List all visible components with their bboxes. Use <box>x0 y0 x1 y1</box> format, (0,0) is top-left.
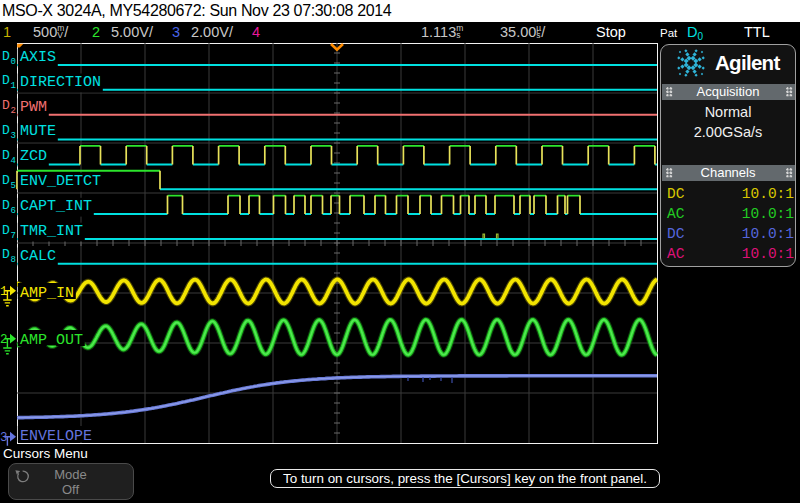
svg-text:CALC: CALC <box>20 248 56 265</box>
svg-text:D: D <box>2 247 10 262</box>
svg-text:TMR_INT: TMR_INT <box>20 223 83 240</box>
svg-text:D: D <box>2 198 10 213</box>
svg-text:CAPT_INT: CAPT_INT <box>20 198 92 215</box>
svg-text:5: 5 <box>11 181 16 191</box>
svg-text:4: 4 <box>11 156 16 166</box>
svg-text:DIRECTION: DIRECTION <box>20 74 101 91</box>
svg-text:AXIS: AXIS <box>20 49 56 66</box>
svg-text:D: D <box>2 223 10 238</box>
svg-text:D: D <box>2 148 10 163</box>
svg-text:D: D <box>2 98 10 113</box>
svg-text:D: D <box>2 49 10 64</box>
svg-text:8: 8 <box>11 255 16 265</box>
svg-text:1: 1 <box>11 81 16 91</box>
svg-text:6: 6 <box>11 206 16 216</box>
svg-text:0: 0 <box>11 57 16 67</box>
svg-text:2: 2 <box>11 106 16 116</box>
svg-text:ENV_DETCT: ENV_DETCT <box>20 173 101 190</box>
svg-text:AMP_IN: AMP_IN <box>20 285 74 302</box>
svg-text:D: D <box>2 123 10 138</box>
svg-text:1: 1 <box>0 285 8 299</box>
svg-text:2: 2 <box>0 333 8 347</box>
svg-text:7: 7 <box>11 231 16 241</box>
svg-text:AMP_OUT: AMP_OUT <box>20 332 83 349</box>
svg-text:3: 3 <box>0 431 8 445</box>
svg-text:D: D <box>2 173 10 188</box>
svg-text:MUTE: MUTE <box>20 123 56 140</box>
svg-text:ENVELOPE: ENVELOPE <box>20 428 92 445</box>
svg-text:3: 3 <box>11 131 16 141</box>
svg-text:PWM: PWM <box>20 99 47 116</box>
svg-text:ZCD: ZCD <box>20 148 47 165</box>
svg-text:D: D <box>2 73 10 88</box>
